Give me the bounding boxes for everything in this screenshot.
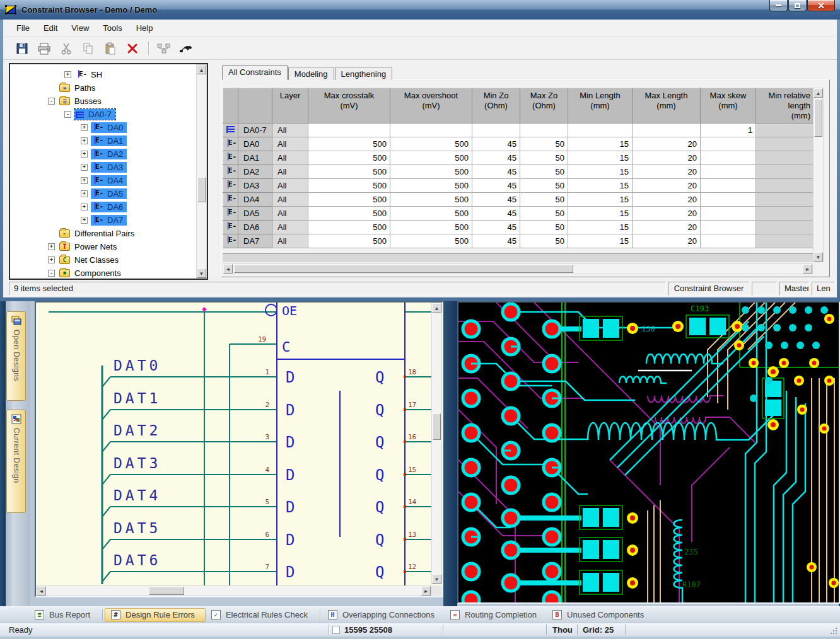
copy-button[interactable] <box>79 40 97 57</box>
schematic-canvas[interactable]: OE C DDDDDDD QQQQQQQ DAT0 DAT1 DAT2 DAT3… <box>36 302 442 596</box>
tree-expander[interactable]: - <box>64 111 71 118</box>
table-row[interactable]: DA0-7All1 <box>223 124 814 137</box>
tree-item-label[interactable]: DA0-7 <box>86 110 114 119</box>
tree-item[interactable]: -Busses <box>10 95 196 108</box>
schematic-vertical-scrollbar[interactable]: ▲ ▼ <box>431 302 442 584</box>
tab-modeling[interactable]: Modeling <box>288 67 334 80</box>
tree-item-selected[interactable]: -DA0-7 <box>10 108 196 121</box>
tree-item-label[interactable]: Components <box>73 268 123 278</box>
table-row[interactable]: DA3All50050045501520 <box>223 179 814 193</box>
tree-expander[interactable]: + <box>81 151 88 158</box>
schematic-horizontal-scrollbar[interactable]: ◄ ► <box>36 585 431 596</box>
side-tab-open-designs[interactable]: Open Designs <box>6 311 26 401</box>
tree-item-label[interactable]: Net Classes <box>73 255 120 265</box>
scroll-up-arrow[interactable]: ▲ <box>814 88 823 98</box>
table-row[interactable]: DA0All50050045501520 <box>223 137 814 151</box>
tree-expander[interactable]: + <box>48 256 55 263</box>
tree-expander[interactable]: + <box>81 190 88 197</box>
tree-expander[interactable]: + <box>64 71 71 78</box>
side-tab-current-design[interactable]: Current Design <box>6 410 26 513</box>
units-indicator[interactable]: Thou <box>552 625 573 635</box>
tree-expander[interactable]: + <box>81 164 88 171</box>
table-vertical-scrollbar[interactable]: ▲ ▼ <box>813 88 824 262</box>
tree-expander[interactable]: - <box>48 270 55 277</box>
tree-item-selected[interactable]: +DA6 <box>10 200 196 214</box>
tree-item-label[interactable]: DA3 <box>105 163 125 172</box>
tree-expander[interactable]: - <box>48 98 55 105</box>
tab-all-constraints[interactable]: All Constraints <box>222 65 288 80</box>
header-max-length[interactable]: Max Length(mm) <box>633 88 701 124</box>
scroll-left-arrow[interactable]: ◄ <box>223 264 233 273</box>
header-max-zo[interactable]: Max Zo(Ohm) <box>520 88 568 124</box>
tab-lengthening[interactable]: Lengthening <box>335 67 393 80</box>
tree-item-label[interactable]: SH <box>89 70 104 79</box>
minimize-button[interactable] <box>769 0 788 11</box>
tree-item-label[interactable]: Busses <box>73 96 103 106</box>
menu-edit[interactable]: Edit <box>37 21 64 35</box>
scroll-up-arrow[interactable]: ▲ <box>432 303 441 313</box>
menu-tools[interactable]: Tools <box>96 21 129 35</box>
scroll-down-arrow[interactable]: ▼ <box>814 252 823 262</box>
table-row[interactable]: DA7All50050045501520 <box>223 234 814 248</box>
tree-item-selected[interactable]: +DA7 <box>10 214 196 227</box>
scrollbar-thumb[interactable] <box>149 587 184 595</box>
tree-item-label[interactable]: DA7 <box>105 216 125 225</box>
tree-item-label[interactable]: DA2 <box>105 149 125 159</box>
pcb-canvas[interactable]: C193 130 235 R107 <box>458 302 839 602</box>
scroll-up-arrow[interactable]: ▲ <box>197 65 206 74</box>
header-layer[interactable]: Layer <box>272 88 308 124</box>
menu-view[interactable]: View <box>64 21 96 35</box>
header-max-skew[interactable]: Max skew(mm) <box>701 88 756 124</box>
scroll-right-arrow[interactable]: ► <box>421 586 431 596</box>
tree-expander[interactable]: + <box>81 177 88 184</box>
tab-electrical-rules-check[interactable]: Electrical Rules Check <box>206 608 318 622</box>
close-button[interactable]: ✕ <box>807 0 835 11</box>
tab-overlapping-connections[interactable]: Overlapping Connections <box>322 608 445 622</box>
scrollbar-thumb[interactable] <box>234 265 573 273</box>
table-horizontal-scrollbar[interactable]: ◄ ► <box>223 263 813 274</box>
tree-expander[interactable]: + <box>81 124 88 131</box>
tree-item[interactable]: +Power Nets <box>10 240 196 253</box>
tree-item-label[interactable]: DA5 <box>105 189 125 199</box>
table-row[interactable]: DA6All50050045501520 <box>223 221 814 234</box>
tree-item[interactable]: -Components <box>10 267 196 279</box>
scrollbar-thumb[interactable] <box>814 99 822 137</box>
grid-indicator[interactable]: Grid: 25 <box>583 625 614 635</box>
menu-help[interactable]: Help <box>129 21 160 35</box>
tab-bus-report[interactable]: Bus Report <box>29 608 100 622</box>
tree-item-selected[interactable]: +DA3 <box>10 161 196 174</box>
length-panel[interactable]: Len <box>812 282 834 296</box>
tree-item[interactable]: Paths <box>10 81 196 95</box>
scroll-down-arrow[interactable]: ▼ <box>197 268 206 278</box>
schematic-pane[interactable]: OE C DDDDDDD QQQQQQQ DAT0 DAT1 DAT2 DAT3… <box>35 301 443 597</box>
scrollbar-thumb[interactable] <box>433 413 441 440</box>
tree-expander[interactable]: + <box>81 204 88 210</box>
window-titlebar[interactable]: Constraint Browser - Demo / Demo ✕ <box>0 0 840 20</box>
tree-item-selected[interactable]: +DA2 <box>10 147 196 161</box>
tree-item-label[interactable]: Power Nets <box>73 242 119 251</box>
tree-item-selected[interactable]: +DA0 <box>10 121 196 134</box>
tree-item-label[interactable]: DA4 <box>105 176 125 185</box>
tab-routing-completion[interactable]: Routing Completion <box>445 608 547 622</box>
browser-mode-panel[interactable]: Constraint Browser <box>668 282 749 296</box>
tree-expander[interactable]: + <box>48 243 55 250</box>
tree-item-label[interactable]: DA6 <box>105 202 125 212</box>
header-name-col[interactable] <box>238 88 272 124</box>
header-icon-col[interactable] <box>223 88 238 124</box>
tools-button[interactable] <box>177 40 195 57</box>
tab-unused-components[interactable]: Unused Components <box>547 608 654 622</box>
paste-button[interactable] <box>102 40 119 57</box>
table-row[interactable]: DA4All50050045501520 <box>223 193 814 207</box>
tree-item-label[interactable]: DA1 <box>105 136 125 146</box>
pane-splitter[interactable] <box>443 301 457 606</box>
master-panel[interactable]: Master <box>779 282 809 296</box>
delete-button[interactable] <box>124 40 141 57</box>
scroll-left-arrow[interactable]: ◄ <box>37 586 46 596</box>
table-row[interactable]: DA1All50050045501520 <box>223 151 814 165</box>
tree-item-label[interactable]: Differential Pairs <box>73 229 136 238</box>
scroll-right-arrow[interactable]: ► <box>803 264 812 273</box>
tree-vertical-scrollbar[interactable]: ▲ ▼ <box>196 64 207 279</box>
tree-item-selected[interactable]: +DA1 <box>10 134 196 147</box>
header-min-length[interactable]: Min Length(mm) <box>568 88 633 124</box>
tree-expander[interactable]: + <box>81 137 88 144</box>
